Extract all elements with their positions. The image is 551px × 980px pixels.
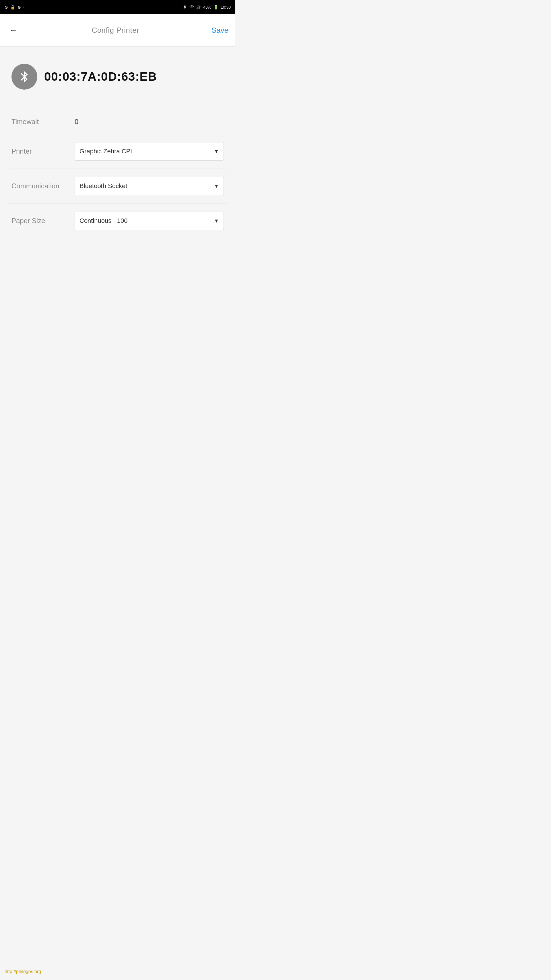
paper-size-select-value: Continuous - 100 [79, 217, 214, 224]
communication-select-value: Bluetooth Socket [79, 182, 214, 190]
battery-icon: 🔋 [213, 5, 218, 10]
saavn-icon: ⊙ [5, 5, 8, 10]
device-mac-address: 00:03:7A:0D:63:EB [44, 70, 157, 84]
communication-dropdown-arrow: ▼ [214, 183, 219, 189]
lock-icon: 🔒 [10, 5, 15, 10]
svg-rect-0 [197, 8, 197, 9]
printer-select-value: Graphic Zebra CPL [79, 148, 214, 155]
paper-size-select[interactable]: Continuous - 100 ▼ [75, 212, 224, 230]
signal-icon [196, 5, 201, 10]
sync-icon: ⊕ [17, 5, 21, 10]
form-section: Timewait 0 Printer Graphic Zebra CPL ▼ C… [9, 110, 227, 238]
printer-label: Printer [11, 147, 69, 155]
bluetooth-icon-container [11, 64, 37, 89]
paper-size-dropdown-arrow: ▼ [214, 218, 219, 224]
device-header: 00:03:7A:0D:63:EB [9, 58, 227, 95]
printer-select[interactable]: Graphic Zebra CPL ▼ [75, 142, 224, 161]
paper-size-label: Paper Size [11, 217, 69, 225]
more-icon: ··· [23, 5, 27, 10]
bluetooth-icon [18, 70, 31, 83]
printer-row: Printer Graphic Zebra CPL ▼ [9, 134, 227, 169]
printer-dropdown-arrow: ▼ [214, 148, 219, 154]
communication-select[interactable]: Bluetooth Socket ▼ [75, 177, 224, 195]
svg-rect-3 [200, 6, 200, 9]
save-button[interactable]: Save [211, 26, 229, 35]
timewait-label: Timewait [11, 118, 69, 126]
status-bar-left: ⊙ 🔒 ⊕ ··· [5, 5, 27, 10]
app-bar: ← Config Printer Save [0, 14, 235, 46]
main-content: 00:03:7A:0D:63:EB Timewait 0 Printer Gra… [0, 46, 235, 250]
timewait-row: Timewait 0 [9, 110, 227, 134]
status-bar: ⊙ 🔒 ⊕ ··· 43% 🔋 10:30 [0, 0, 235, 14]
communication-label: Communication [11, 182, 69, 190]
paper-size-row: Paper Size Continuous - 100 ▼ [9, 204, 227, 238]
page-title: Config Printer [92, 26, 139, 35]
communication-row: Communication Bluetooth Socket ▼ [9, 169, 227, 204]
svg-rect-2 [198, 6, 199, 9]
back-button[interactable]: ← [7, 24, 19, 37]
time-display: 10:30 [221, 5, 231, 10]
wifi-status-icon [189, 5, 194, 10]
status-bar-right: 43% 🔋 10:30 [183, 5, 231, 10]
timewait-value: 0 [75, 118, 224, 126]
battery-text: 43% [203, 5, 211, 10]
bluetooth-status-icon [183, 5, 187, 10]
watermark: http://philogos.org [5, 969, 41, 974]
svg-rect-1 [198, 7, 198, 9]
